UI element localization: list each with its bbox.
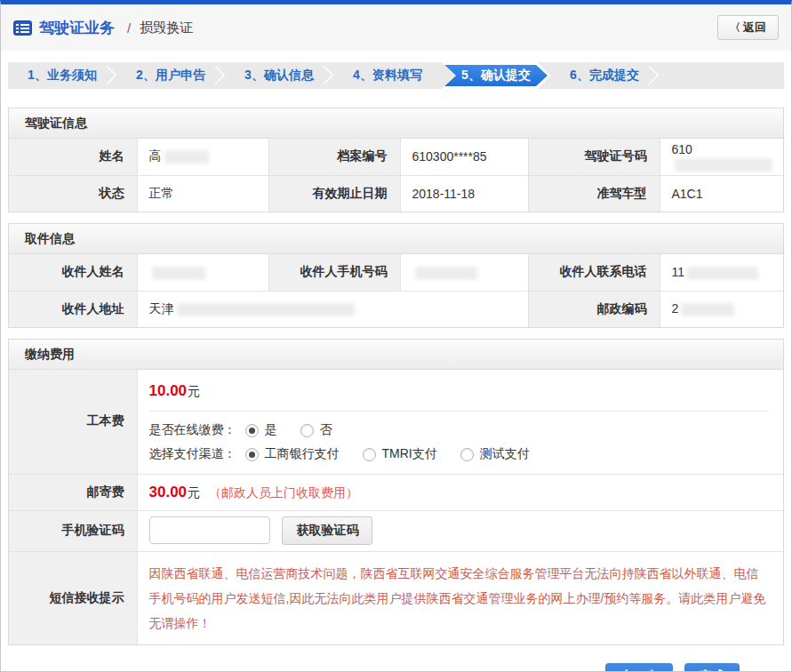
page-subtitle: 损毁换证 [140, 20, 193, 36]
table-row: 姓名 高 档案编号 610300****85 驾驶证号码 610 [9, 139, 783, 175]
expiry-date-value: 2018-11-18 [400, 175, 528, 212]
table-row: 收件人地址 天津 邮政编码 2 [9, 291, 783, 327]
license-info-table: 姓名 高 档案编号 610300****85 驾驶证号码 610 状态 正常 有… [9, 139, 783, 212]
expiry-date-label: 有效期止日期 [268, 175, 400, 212]
tab-step-2: 2、用户申告 [116, 62, 225, 89]
mailing-fee-note: （邮政人员上门收取费用） [209, 485, 358, 500]
tabs-filler [659, 62, 784, 89]
page-title: 驾驶证业务 [39, 18, 115, 38]
radio-unchecked-icon [460, 448, 474, 461]
finish-button[interactable]: 完成 [684, 663, 740, 672]
postal-code-label: 邮政编码 [528, 291, 660, 327]
back-button[interactable]: 〈 返回 [717, 15, 779, 40]
table-row: 状态 正常 有效期止日期 2018-11-18 准驾车型 A1C1 [9, 175, 783, 212]
mailing-fee-cell: 30.00元 （邮政人员上门收取费用） [137, 474, 783, 510]
back-button-label: 返回 [743, 20, 766, 36]
captcha-cell: 获取验证码 [137, 510, 783, 551]
section-fees: 缴纳费用 工本费 10.00元 是否在线缴费： 是 [8, 339, 784, 645]
tab-step-4: 4、资料填写 [333, 62, 442, 89]
step-tabs: 1、业务须知 2、用户申告 3、确认信息 4、资料填写 5、确认提交 6、完成提… [8, 62, 784, 89]
section-fees-title: 缴纳费用 [9, 340, 783, 370]
recipient-name-value [137, 254, 268, 291]
radio-online-no-label: 否 [320, 422, 332, 438]
recipient-name-label: 收件人姓名 [9, 254, 137, 291]
radio-online-no[interactable]: 否 [300, 422, 332, 438]
divider [149, 411, 770, 412]
online-payment-label: 是否在线缴费： [149, 422, 236, 438]
radio-channel-icbc-label: 工商银行支付 [265, 446, 340, 462]
tab-step-6: 6、完成提交 [550, 62, 659, 89]
sms-notice-text: 因陕西省联通、电信运营商技术问题，陕西省互联网交通安全综合服务管理平台无法向持陕… [149, 552, 784, 644]
status-label: 状态 [9, 175, 137, 212]
radio-online-yes[interactable]: 是 [245, 422, 277, 438]
production-fee-cell: 10.00元 是否在线缴费： 是 否 [137, 370, 783, 474]
radio-online-yes-label: 是 [265, 422, 277, 438]
license-number-value: 610 [660, 139, 783, 175]
payment-channel-label: 选择支付渠道： [149, 446, 236, 462]
postal-code-value: 2 [660, 291, 783, 327]
radio-channel-icbc[interactable]: 工商银行支付 [245, 446, 340, 462]
redacted-blur [415, 267, 477, 280]
fees-table: 工本费 10.00元 是否在线缴费： 是 否 [9, 370, 783, 644]
get-captcha-button[interactable]: 获取验证码 [282, 516, 372, 545]
radio-checked-icon [245, 424, 259, 437]
table-row: 手机验证码 获取验证码 [9, 510, 783, 551]
captcha-input[interactable] [149, 516, 270, 544]
radio-unchecked-icon [300, 424, 314, 437]
payment-channel-row: 选择支付渠道： 工商银行支付 TMRI支付 测试支付 [149, 446, 770, 462]
tab-step-3: 3、确认信息 [225, 62, 333, 89]
radio-channel-test[interactable]: 测试支付 [460, 446, 530, 462]
radio-checked-icon [245, 448, 259, 461]
table-row: 邮寄费 30.00元 （邮政人员上门收取费用） [9, 474, 783, 510]
status-value: 正常 [137, 175, 268, 212]
tab-step-4-label: 4、资料填写 [353, 68, 422, 84]
online-payment-row: 是否在线缴费： 是 否 [149, 422, 770, 438]
tab-step-5-arrow: 5、确认提交 [444, 65, 548, 86]
breadcrumb: 驾驶证业务 / 损毁换证 [13, 18, 193, 38]
page: 驾驶证业务 / 损毁换证 〈 返回 1、业务须知 2、用户申告 3、确认信息 4… [0, 0, 792, 672]
radio-channel-test-label: 测试支付 [480, 446, 530, 462]
section-license-info: 驾驶证信息 姓名 高 档案编号 610300****85 驾驶证号码 610 状… [8, 108, 784, 212]
recipient-mobile-value [400, 254, 528, 291]
redacted-blur [164, 150, 209, 164]
section-license-title: 驾驶证信息 [9, 108, 783, 139]
tab-step-1-label: 1、业务须知 [28, 68, 97, 84]
file-number-value: 610300****85 [400, 139, 528, 175]
radio-unchecked-icon [363, 448, 376, 461]
mailing-fee-label: 邮寄费 [9, 474, 137, 510]
recipient-phone-label: 收件人联系电话 [528, 254, 660, 291]
captcha-label: 手机验证码 [9, 510, 137, 551]
recipient-mobile-label: 收件人手机号码 [268, 254, 400, 291]
previous-step-button[interactable]: 上一步 [605, 663, 673, 672]
table-row: 收件人姓名 收件人手机号码 收件人联系电话 11 [9, 254, 783, 291]
section-pickup-title: 取件信息 [9, 224, 783, 254]
chevron-right-icon [315, 66, 333, 84]
table-row: 短信接收提示 因陕西省联通、电信运营商技术问题，陕西省互联网交通安全综合服务管理… [9, 551, 783, 644]
file-number-label: 档案编号 [268, 139, 400, 175]
name-label: 姓名 [9, 139, 137, 175]
production-fee-amount: 10.00元 [149, 382, 770, 400]
sms-notice-cell: 因陕西省联通、电信运营商技术问题，陕西省互联网交通安全综合服务管理平台无法向持陕… [137, 551, 783, 644]
chevron-right-icon [98, 66, 116, 84]
pickup-info-table: 收件人姓名 收件人手机号码 收件人联系电话 11 收件人地址 天津 邮政编码 2 [9, 254, 783, 327]
redacted-blur [675, 158, 772, 172]
redacted-blur [177, 303, 355, 316]
redacted-blur [152, 267, 205, 280]
recipient-address-label: 收件人地址 [9, 291, 137, 327]
tab-step-3-label: 3、确认信息 [244, 68, 314, 84]
recipient-address-value: 天津 [137, 291, 528, 327]
tab-step-1: 1、业务须知 [8, 62, 116, 89]
radio-channel-tmri[interactable]: TMRI支付 [363, 446, 437, 462]
tab-step-5-active: 5、确认提交 [442, 62, 550, 89]
recipient-phone-value: 11 [660, 254, 783, 291]
name-value: 高 [137, 139, 268, 175]
table-row: 工本费 10.00元 是否在线缴费： 是 否 [9, 370, 783, 474]
footer-actions: 上一步 完成 [1, 663, 791, 672]
page-header: 驾驶证业务 / 损毁换证 〈 返回 [1, 4, 791, 51]
sms-notice-label: 短信接收提示 [9, 551, 137, 644]
redacted-blur [687, 267, 758, 280]
vehicle-class-label: 准驾车型 [528, 175, 660, 212]
tab-step-6-label: 6、完成提交 [570, 68, 639, 84]
redacted-blur [681, 303, 734, 316]
vehicle-class-value: A1C1 [660, 175, 783, 212]
